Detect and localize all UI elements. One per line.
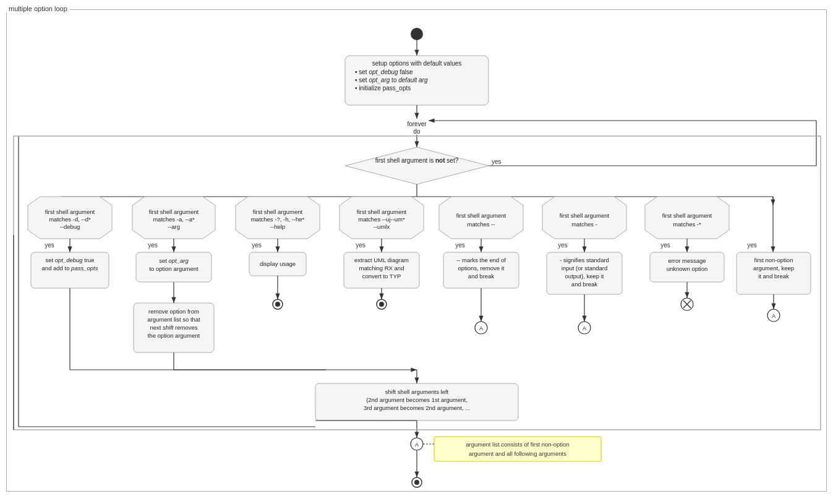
yes-hex1: yes bbox=[45, 242, 54, 249]
setup-text: setup options with default values bbox=[372, 60, 462, 67]
note-box bbox=[434, 437, 601, 461]
hex5-text2: matches -- bbox=[468, 221, 495, 228]
shift-text3: 3rd argument becomes 2nd argument, ... bbox=[364, 404, 470, 411]
hex7-text2: matches -* bbox=[673, 221, 701, 228]
action1-text2: and add to pass_opts bbox=[42, 265, 98, 271]
hex6-text2: matches - bbox=[571, 221, 597, 228]
action2-text2: to option argument bbox=[149, 265, 199, 272]
hex3-text3: --help bbox=[270, 223, 285, 230]
action6-text1: - signifies standard bbox=[560, 257, 609, 263]
action8-text3: it and break bbox=[758, 273, 789, 280]
start-node bbox=[411, 28, 423, 40]
first-arg-check-diamond bbox=[345, 147, 489, 184]
hex4-text1: first shell argument bbox=[357, 208, 407, 215]
action2b-text4: the option argument bbox=[148, 332, 200, 339]
action7-text2: unknown option bbox=[667, 265, 708, 272]
note-text2: argument and all following arguments bbox=[469, 450, 566, 457]
action6-text3: output), keep it bbox=[565, 273, 604, 280]
hex7-text1: first shell argument bbox=[662, 212, 712, 219]
action3-text: display usage bbox=[260, 260, 296, 267]
shift-text2: (2nd argument becomes 1st argument, bbox=[366, 396, 468, 403]
loop-label-do: do bbox=[413, 128, 421, 135]
hex4-text2: matches --uj--um* bbox=[358, 216, 405, 223]
diagram-svg: setup options with default values • set … bbox=[0, 0, 833, 504]
hex1-text1: first shell argument bbox=[45, 208, 95, 215]
yes-hex7: yes bbox=[660, 242, 670, 249]
yes-hex6: yes bbox=[558, 242, 568, 249]
action4-text1: extract UML diagram bbox=[354, 257, 409, 263]
action7-text1: error message bbox=[668, 257, 706, 264]
hex5-text1: first shell argument bbox=[456, 212, 506, 219]
action8-text1: first non-option bbox=[754, 257, 793, 263]
hex1-text3: --debug bbox=[60, 223, 80, 230]
end-circle4-inner bbox=[379, 302, 384, 307]
action1-text1: set opt_debug true bbox=[45, 257, 94, 263]
yes-last: yes bbox=[747, 242, 757, 249]
action4-text3: convert to TYP bbox=[362, 273, 401, 280]
setup-text2: • set opt_debug false bbox=[355, 69, 413, 75]
final-end-circle-inner bbox=[414, 480, 419, 485]
conn-a5-text: A bbox=[479, 325, 483, 331]
action8-text2: argument, keep bbox=[753, 265, 794, 271]
action2b-text1: remove option from bbox=[148, 308, 199, 315]
setup-text4: • initialize pass_opts bbox=[355, 85, 411, 92]
yes-hex2: yes bbox=[148, 242, 158, 249]
hex6-text1: first shell argument bbox=[560, 212, 610, 219]
hex2-text2: matches -a, --a* bbox=[153, 216, 195, 223]
action2b-text3: next shift removes bbox=[150, 324, 197, 331]
end-circle3-inner bbox=[275, 302, 280, 307]
action2-text1: set opt_arg bbox=[159, 257, 189, 264]
hex3-text1: first shell argument bbox=[253, 208, 303, 215]
hex4-text3: --umlx bbox=[374, 223, 390, 230]
note-text1: argument list consists of first non-opti… bbox=[466, 441, 569, 448]
hex1-text2: matches -d, --d* bbox=[49, 216, 91, 223]
shift-text1: shift shell arguments left bbox=[385, 388, 449, 395]
yes-hex4: yes bbox=[356, 242, 365, 249]
diagram-title: multiple option loop bbox=[6, 5, 70, 12]
hex2-text1: first shell argument bbox=[149, 208, 199, 215]
action4-text2: matching RX and bbox=[359, 265, 404, 271]
yes-label-right: yes bbox=[492, 158, 502, 165]
action5-text3: and break bbox=[468, 273, 495, 280]
hex3-text2: matches -?, -h, --he* bbox=[251, 216, 305, 223]
hex2-text3: --arg bbox=[168, 223, 180, 230]
action5-text2: options, remove it bbox=[458, 265, 505, 271]
loop-label-forever: forever bbox=[407, 121, 427, 127]
diagram-container: multiple option loop setup options with … bbox=[0, 0, 833, 504]
action6-text2: input (or standard bbox=[562, 265, 607, 271]
first-arg-check-text1: first shell argument is not set? bbox=[375, 157, 459, 164]
conn-a-bottom-text: A bbox=[415, 442, 419, 448]
conn-a6-text: A bbox=[583, 325, 586, 331]
yes-hex5: yes bbox=[455, 242, 465, 249]
setup-text3: • set opt_arg to default arg bbox=[355, 77, 428, 83]
conn-a8-text: A bbox=[772, 313, 775, 319]
action2b-text2: argument list so that bbox=[147, 316, 200, 323]
action6-text4: and break bbox=[571, 281, 598, 288]
yes-hex3: yes bbox=[252, 242, 262, 249]
action5-text1: -- marks the end of bbox=[456, 257, 506, 263]
